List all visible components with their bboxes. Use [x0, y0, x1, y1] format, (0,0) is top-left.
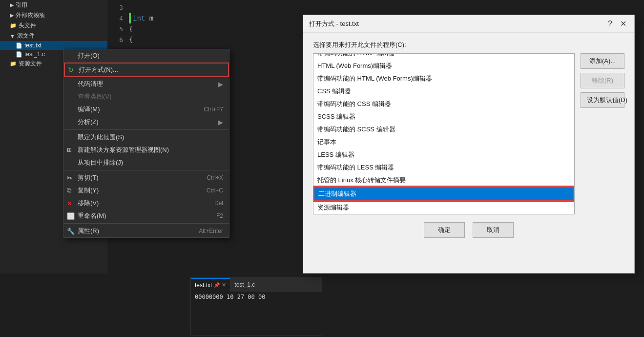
- dialog-subtitle: 选择要用来打开此文件的程序(C):: [313, 41, 624, 49]
- dialog-content: 选择要用来打开此文件的程序(C): XML (文本)编辑器带编码功能的 XML …: [303, 33, 634, 246]
- program-list-item[interactable]: CSS 编辑器: [313, 85, 574, 98]
- context-menu: 打开(O) ↻ 打开方式(N)... 代码清理 ▶ 查看类图(V) 编译(M) …: [63, 49, 229, 238]
- code-brace: {: [129, 36, 133, 43]
- program-list-item[interactable]: 记事本: [313, 136, 574, 148]
- line-number: 3: [111, 4, 123, 11]
- menu-item-classdiagram[interactable]: 查看类图(V): [64, 90, 229, 103]
- program-list-item[interactable]: 托管的 Linux 核心转储文件摘要: [313, 174, 574, 187]
- menu-item-open[interactable]: 打开(O): [64, 49, 229, 62]
- sidebar-item-label: test.txt: [24, 42, 42, 49]
- menu-item-exclude[interactable]: 从项目中排除(J): [64, 156, 229, 169]
- bottom-content: 00000000 10 27 00 00: [191, 292, 322, 302]
- tab-testtxt[interactable]: test.txt 📌 ✕: [191, 278, 230, 292]
- sidebar-item-ext[interactable]: ▶ 外部依赖项: [0, 10, 107, 21]
- menu-item-label: 打开(O): [78, 51, 100, 60]
- remove-button[interactable]: 移除(R): [581, 73, 624, 88]
- menu-item-label: 重命名(M): [78, 211, 106, 220]
- menu-item-label: 查看类图(V): [78, 92, 111, 101]
- tab-label: test_1.c: [234, 281, 255, 288]
- sidebar-item-label: 头文件: [19, 21, 36, 30]
- program-list-item[interactable]: SCSS 编辑器: [313, 110, 574, 123]
- menu-item-label: 从项目中排除(J): [78, 158, 123, 167]
- close-icon[interactable]: ✕: [222, 282, 226, 288]
- rename-icon: ⬜: [67, 212, 75, 220]
- menu-item-properties[interactable]: 🔧 属性(R) Alt+Enter: [64, 225, 229, 237]
- refresh-icon: ↻: [68, 66, 74, 74]
- wrench-icon: 🔧: [67, 228, 75, 235]
- sidebar-item-label: 源文件: [17, 32, 35, 40]
- pin-icon: 📌: [214, 282, 220, 288]
- dialog-help-button[interactable]: ?: [606, 20, 614, 28]
- dialog-titlebar: 打开方式 - test.txt ? ✕: [303, 15, 634, 33]
- shortcut-label: F2: [216, 212, 223, 219]
- menu-item-label: 新建解决方案资源管理器视图(N): [78, 146, 169, 154]
- new-view-icon: ⊞: [67, 147, 72, 153]
- code-text: m: [145, 14, 153, 22]
- program-list-item[interactable]: 带编码功能的 HTML 编辑器: [313, 53, 574, 60]
- menu-separator-2: [64, 170, 229, 170]
- sidebar-item-ref[interactable]: ▶ 引用: [0, 0, 107, 10]
- line-number: 6: [111, 36, 123, 43]
- cut-icon: ✂: [67, 174, 72, 182]
- add-button[interactable]: 添加(A)...: [581, 53, 624, 69]
- menu-item-openwith-wrapper: ↻ 打开方式(N)...: [64, 63, 229, 77]
- open-with-dialog: 打开方式 - test.txt ? ✕ 选择要用来打开此文件的程序(C): XM…: [303, 15, 635, 274]
- menu-item-label: 编译(M): [78, 105, 100, 114]
- change-indicator: [129, 13, 131, 23]
- file-icon: 📄: [16, 51, 22, 58]
- dialog-title: 打开方式 - test.txt: [309, 20, 359, 28]
- bottom-editor: test.txt 📌 ✕ test_1.c 00000000 10 27 00 …: [190, 277, 322, 336]
- program-list-item[interactable]: 带编码功能的 SCSS 编辑器: [313, 123, 574, 136]
- code-line-3: 3: [111, 2, 299, 13]
- menu-separator-1: [64, 129, 229, 130]
- sidebar-item-header[interactable]: 📁 头文件: [0, 21, 107, 31]
- ok-button[interactable]: 确定: [424, 222, 465, 238]
- menu-item-label: 代码清理: [78, 80, 103, 88]
- sidebar-item-label: 资源文件: [19, 60, 42, 68]
- code-line-4: 4 int m: [111, 13, 299, 23]
- tab-test1c[interactable]: test_1.c: [230, 278, 259, 292]
- shortcut-label: Ctrl+F7: [204, 106, 223, 113]
- code-keyword: int: [133, 14, 145, 22]
- menu-item-label: 移除(V): [78, 199, 99, 208]
- menu-item-newsolution[interactable]: ⊞ 新建解决方案资源管理器视图(N): [64, 144, 229, 156]
- program-list-item[interactable]: HTML (Web Forms)编辑器: [313, 60, 574, 72]
- dialog-close-button[interactable]: ✕: [618, 19, 628, 28]
- menu-item-openwith[interactable]: ↻ 打开方式(N)...: [65, 63, 228, 76]
- program-list-item[interactable]: 二进制编辑器: [313, 187, 574, 201]
- sidebar-item-source[interactable]: ▼ 源文件: [0, 31, 107, 41]
- dialog-actions: 添加(A)... 移除(R) 设为默认值(D): [581, 53, 624, 214]
- remove-icon: ✕: [67, 200, 72, 207]
- menu-item-compile[interactable]: 编译(M) Ctrl+F7: [64, 103, 229, 116]
- menu-item-analyze[interactable]: 分析(Z) ▶: [64, 116, 229, 128]
- menu-item-label: 复制(Y): [78, 186, 99, 195]
- menu-item-copy[interactable]: ⧉ 复制(Y) Ctrl+C: [64, 184, 229, 197]
- menu-separator-3: [64, 223, 229, 224]
- menu-item-remove[interactable]: ✕ 移除(V) Del: [64, 197, 229, 210]
- chevron-right-icon: ▶: [10, 12, 14, 19]
- hex-line: 00000000 10 27 00 00: [195, 294, 318, 300]
- menu-item-cut[interactable]: ✂ 剪切(T) Ctrl+X: [64, 171, 229, 184]
- shortcut-label: Alt+Enter: [199, 228, 223, 234]
- menu-item-code-clean[interactable]: 代码清理 ▶: [64, 78, 229, 90]
- shortcut-label: Ctrl+C: [207, 187, 223, 194]
- dialog-footer: 确定 取消: [313, 222, 624, 238]
- program-list-container: XML (文本)编辑器带编码功能的 XML (文本)编辑器HTML 编辑器带编码…: [313, 53, 624, 214]
- set-default-button[interactable]: 设为默认值(D): [581, 92, 624, 108]
- program-list-item[interactable]: 资源编辑器: [313, 201, 574, 214]
- menu-item-scope[interactable]: 限定为此范围(S): [64, 131, 229, 144]
- line-number: 4: [111, 15, 123, 22]
- code-brace: {: [129, 25, 133, 33]
- sidebar-item-label: 引用: [16, 1, 27, 9]
- sidebar-item-label: 外部依赖项: [16, 11, 45, 20]
- program-list-item[interactable]: 带编码功能的 CSS 编辑器: [313, 98, 574, 110]
- cancel-button[interactable]: 取消: [473, 222, 514, 238]
- chevron-down-icon: ▼: [10, 33, 15, 39]
- program-list-item[interactable]: 带编码功能的 LESS 编辑器: [313, 161, 574, 174]
- program-list-item[interactable]: 带编码功能的 HTML (Web Forms)编辑器: [313, 72, 574, 85]
- program-list[interactable]: XML (文本)编辑器带编码功能的 XML (文本)编辑器HTML 编辑器带编码…: [313, 53, 575, 214]
- menu-item-rename[interactable]: ⬜ 重命名(M) F2: [64, 210, 229, 222]
- program-list-item[interactable]: LESS 编辑器: [313, 148, 574, 161]
- menu-item-label: 属性(R): [78, 227, 99, 235]
- chevron-right-icon: ▶: [10, 2, 14, 8]
